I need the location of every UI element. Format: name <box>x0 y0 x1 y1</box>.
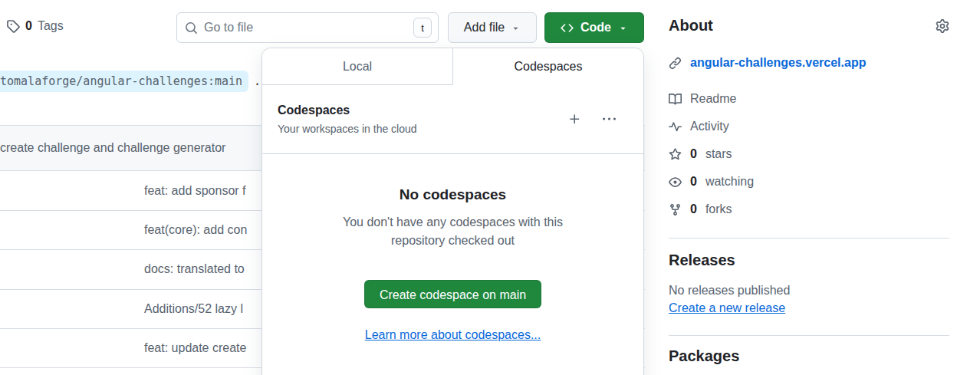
search-icon <box>185 21 198 35</box>
sidebar-item-activity[interactable]: Activity <box>669 113 949 140</box>
commit-message: Additions/52 lazy l <box>144 302 243 316</box>
commit-message: feat(core): add con <box>144 223 247 237</box>
sidebar-item-label: stars <box>705 147 732 161</box>
latest-commit-message: create challenge and challenge generator <box>0 141 225 155</box>
sidebar-item-label: Readme <box>690 92 736 106</box>
create-release-link[interactable]: Create a new release <box>669 301 785 315</box>
chevron-down-icon <box>511 23 521 33</box>
code-button-label: Code <box>580 21 611 35</box>
gear-icon[interactable] <box>936 19 949 33</box>
sidebar-divider <box>669 238 949 238</box>
sidebar-item-forks[interactable]: 0 forks <box>669 196 949 223</box>
add-file-label: Add file <box>464 21 505 35</box>
about-title: About <box>669 17 713 35</box>
packages-title[interactable]: Packages <box>669 347 949 365</box>
chevron-down-icon <box>618 23 628 33</box>
sidebar-item-label: Activity <box>690 120 729 133</box>
plus-icon[interactable] <box>568 113 581 126</box>
empty-state-title: No codespaces <box>262 186 643 203</box>
codespaces-empty-state: No codespaces You don't have any codespa… <box>262 186 643 342</box>
tags-label: Tags <box>38 19 64 33</box>
tags-count: 0 <box>25 19 32 33</box>
search-placeholder: Go to file <box>204 21 407 35</box>
tab-codespaces[interactable]: Codespaces <box>453 48 643 85</box>
kebab-menu-icon[interactable] <box>603 113 616 126</box>
link-icon <box>669 57 682 70</box>
codespaces-subtitle: Your workspaces in the cloud <box>278 123 417 135</box>
sidebar-item-stars[interactable]: 0 stars <box>669 140 949 168</box>
commit-message: feat: update create <box>144 341 246 355</box>
book-icon <box>669 93 682 106</box>
tags-link[interactable]: 0 Tags <box>6 19 64 33</box>
sidebar-item-watching[interactable]: 0 watching <box>669 168 949 196</box>
add-file-button[interactable]: Add file <box>448 12 537 43</box>
commit-message: docs: translated to <box>144 262 245 276</box>
code-dropdown-tabs: Local Codespaces <box>262 48 643 85</box>
github-repo-page: 0 Tags Go to file t Add file Code tomala… <box>0 0 980 375</box>
code-dropdown-panel: Local Codespaces Codespaces Your workspa… <box>261 48 644 375</box>
releases-empty-text: No releases published <box>669 284 949 298</box>
eye-icon <box>669 176 682 189</box>
learn-more-link[interactable]: Learn more about codespaces... <box>365 328 541 342</box>
create-codespace-button[interactable]: Create codespace on main <box>364 280 541 308</box>
repo-meta-list: Readme Activity 0 stars 0 <box>669 85 949 223</box>
star-icon <box>669 148 682 161</box>
codespaces-title: Codespaces <box>278 104 417 117</box>
empty-state-description: You don't have any codespaces with this … <box>327 213 580 250</box>
pulse-icon <box>669 120 682 133</box>
commit-message: feat: add sponsor f <box>144 184 246 198</box>
branch-ref-code[interactable]: tomalaforge/angular-challenges:main <box>0 71 248 92</box>
branch-ref-suffix: . <box>254 74 261 88</box>
keyboard-shortcut-badge: t <box>413 18 432 38</box>
tag-icon <box>6 19 20 33</box>
go-to-file-search[interactable]: Go to file t <box>176 12 439 43</box>
sidebar-item-label: forks <box>705 202 732 216</box>
sidebar-item-label: watching <box>705 175 754 189</box>
branch-reference-line: tomalaforge/angular-challenges:main . <box>0 71 261 92</box>
tab-local[interactable]: Local <box>262 48 453 85</box>
releases-title[interactable]: Releases <box>669 252 949 269</box>
repo-website-link[interactable]: angular-challenges.vercel.app <box>690 56 866 70</box>
sidebar-divider <box>669 335 949 336</box>
codespaces-panel-header: Codespaces Your workspaces in the cloud <box>262 85 643 154</box>
fork-icon <box>669 203 682 216</box>
sidebar-item-readme[interactable]: Readme <box>669 85 949 113</box>
code-icon <box>561 21 574 35</box>
code-button[interactable]: Code <box>544 12 644 43</box>
about-sidebar: About angular-challenges.vercel.app Read… <box>669 0 949 365</box>
